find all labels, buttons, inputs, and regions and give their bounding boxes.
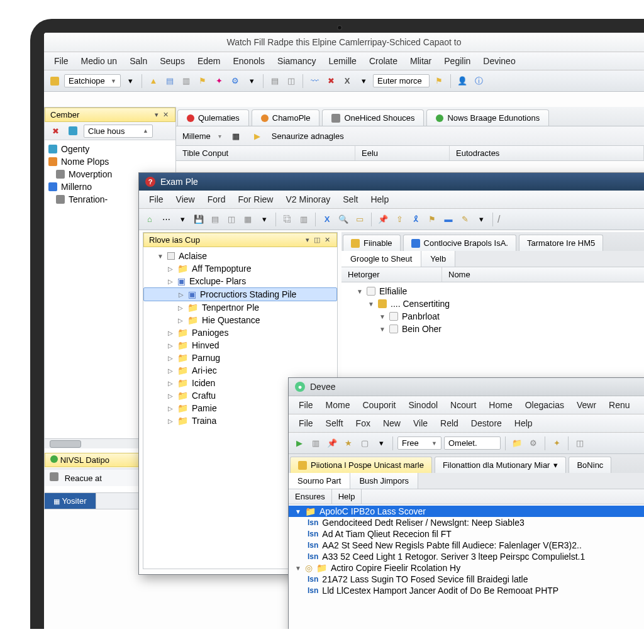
star-icon[interactable]: ✦ [550,436,564,450]
tree-item[interactable]: ▼.... Censertiting [341,297,644,310]
menu-item[interactable]: Selt [336,191,364,208]
flag-icon[interactable]: ⚑ [432,74,446,88]
box-icon[interactable]: ▢ [358,436,372,450]
gear-icon[interactable]: ⚙ [228,74,242,88]
menu-item[interactable]: Medio un [75,52,124,70]
copy-icon[interactable]: ⿻ [280,213,294,226]
expand-icon[interactable]: ▼ [295,508,301,515]
panel-tab[interactable]: Fiinable [343,235,401,251]
tree-item[interactable]: Ogenty [45,143,175,155]
menu-item[interactable]: Vewr [570,396,602,414]
side-button-label[interactable]: Reacue at [65,474,102,483]
list-item[interactable]: ▼◎ 📁Actiro Copire Fieelir Rcolation Hy [289,562,644,574]
tree-item[interactable]: ▷📁Aff Tempopture [143,262,337,275]
edit-icon[interactable]: ✎ [458,213,472,226]
pin-icon[interactable]: 📌 [325,436,339,450]
column-header[interactable]: Help [332,489,362,504]
menu-item[interactable]: Saln [123,52,153,70]
doc-icon[interactable]: ▥ [309,436,323,450]
tree-icon[interactable]: ▲ [147,74,160,88]
properties-tree[interactable]: ▼Elfialile▼.... Censertiting▼Panbrloat▼B… [341,282,644,338]
tree-item[interactable]: ▷📁Tenpertnor Ple [143,301,337,314]
sub-tab[interactable]: Sourno Part [289,473,350,489]
expand-icon[interactable]: ▷ [167,380,174,387]
panel-tab[interactable]: Contlocive Brapols IsA. [403,235,516,251]
wave-icon[interactable]: 〰 [308,74,321,88]
window-icon[interactable]: ◫ [225,213,238,226]
stack-icon[interactable]: ▭ [353,213,367,226]
column-header[interactable]: Tible Conput [176,146,355,160]
toolbar-combo-2[interactable]: Euter morce [373,74,430,87]
toolbar-combo-1[interactable]: Eatchiope▼ [64,74,121,87]
info-icon[interactable]: ⓘ [472,74,486,88]
tree-item[interactable]: ▼Aclaise [143,250,337,262]
list-item[interactable]: lsnA33 52 Ceed Light 1 Retogor. Seriver … [289,551,644,562]
menu-item[interactable]: Mome [319,396,357,414]
editor-tab[interactable]: Nows Braage Edunotions [426,109,549,126]
menu-item[interactable]: File [48,52,75,70]
list-item[interactable]: lsnLld LlCestex Hamport Jancer Aodit of … [289,585,644,596]
x-icon[interactable]: X [340,74,354,88]
search-icon[interactable]: 🔍 [336,213,350,226]
folder-icon[interactable]: 📁 [510,436,524,450]
expand-icon[interactable]: ▷ [167,330,174,336]
menu-item[interactable]: Lemille [323,52,363,70]
menu-item[interactable]: Seups [153,52,191,70]
editor-tab[interactable]: ChamoPle [252,109,320,126]
menu-item[interactable]: File [292,414,319,432]
star-icon[interactable]: ★ [341,436,355,450]
menu-item[interactable]: Crolate [363,52,404,70]
menu-item[interactable]: Fox [350,414,377,432]
menu-item[interactable]: Enonols [226,52,271,70]
expand-icon[interactable]: ▷ [167,405,174,412]
expand-icon[interactable]: ▼ [368,301,374,308]
expand-icon[interactable]: ▷ [177,304,184,311]
user-icon[interactable]: 👤 [455,74,469,88]
expand-icon[interactable]: ▷ [167,342,174,349]
menu-item[interactable]: Edem [191,52,227,70]
sparkle-icon[interactable]: ✦ [212,74,226,88]
expand-icon[interactable]: ▼ [379,313,386,320]
toolbar-combo[interactable]: Omelet. [444,436,501,450]
expand-icon[interactable] [50,472,58,481]
expand-icon[interactable]: ▷ [167,418,174,425]
list-item[interactable]: lsnAA2 St Seed New Regisls Pabte fill Au… [289,540,644,551]
expand-icon[interactable]: ▷ [167,355,174,362]
tree-item[interactable]: Nome Plops [45,155,175,168]
menu-item[interactable]: Destore [465,414,508,432]
sub-tab[interactable]: Yelb [421,251,455,267]
list-icon[interactable]: ▤ [208,213,222,226]
editor-tab[interactable]: BoNinc [569,457,611,473]
paste-icon[interactable]: ▥ [297,213,311,226]
toolbar-combo[interactable]: Free▼ [397,436,441,450]
sub-tab[interactable]: Bush Jimpors [350,473,418,489]
menu-item[interactable]: Couporit [356,396,402,414]
play-icon[interactable]: ▶ [250,129,264,143]
app2-titlebar[interactable]: ? Exam Ple [139,173,644,191]
dropdown-icon[interactable]: ▾ [175,213,189,226]
menu-item[interactable]: New [377,414,407,432]
results-list[interactable]: ▼📁ApoloC IPB2o Lass ScoverlsnGendociteed… [289,504,644,597]
list-item[interactable]: lsn21A72 Lass Sugin TO Fosed Sevice fill… [289,574,644,585]
save-icon[interactable]: 💾 [192,213,206,226]
menu-item[interactable]: Olegacias [519,396,570,414]
tree-item[interactable]: ▷📁Parnug [143,352,337,364]
flag-icon[interactable]: ⚑ [196,74,209,88]
dropdown-icon[interactable]: ▾ [123,74,137,88]
menu-item[interactable]: File [143,191,170,208]
run-icon[interactable]: ▶ [292,436,306,450]
list-item[interactable]: lsnAd At Tiam Qlieut Rececion fil FT [289,528,644,540]
grid-icon[interactable]: ▦ [229,129,243,143]
menu-item[interactable]: File [292,396,319,414]
pin-icon[interactable]: 📌 [376,213,390,226]
dropdown-icon[interactable]: ▾ [257,213,271,226]
home-icon[interactable]: ⌂ [143,213,157,226]
tree-item[interactable]: ▼Elfialile [341,285,644,297]
window-icon[interactable]: ◫ [284,74,298,88]
expand-icon[interactable]: ▼ [379,326,386,333]
menu-item[interactable]: Mlitar [404,52,438,70]
menu-item[interactable]: Help [508,414,539,432]
editor-tab[interactable]: OneHiced Shouces [322,109,424,126]
column-header[interactable]: Ensures [289,489,332,504]
grid-icon[interactable] [66,124,80,138]
